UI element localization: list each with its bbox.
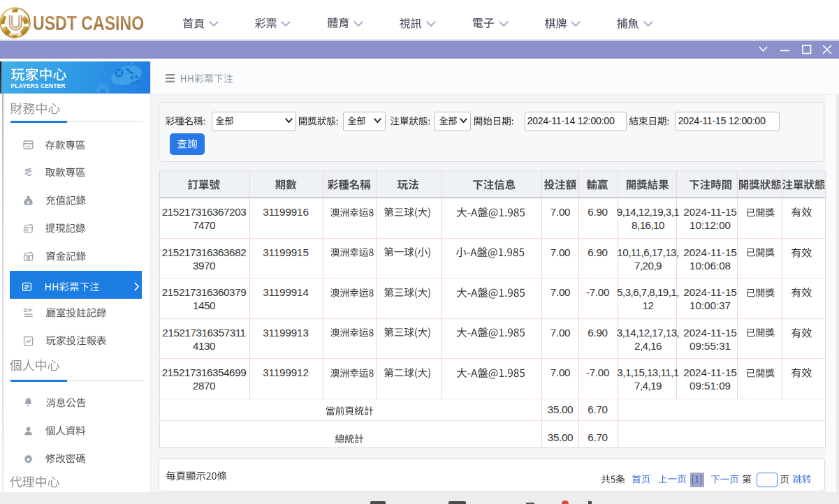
svg-text:casino: casino: [9, 32, 22, 36]
